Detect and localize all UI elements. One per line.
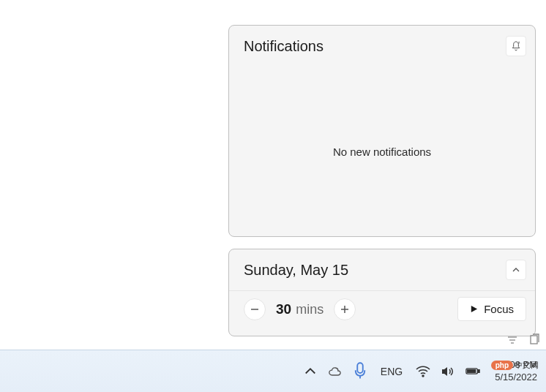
svg-point-10	[422, 375, 424, 377]
svg-rect-7	[531, 336, 537, 344]
chevron-up-icon	[510, 264, 522, 276]
decrease-duration-button[interactable]	[244, 298, 266, 320]
notifications-header: Notifications z	[229, 26, 535, 67]
bell-snooze-icon: z	[510, 40, 522, 52]
tray-overflow-button[interactable]	[303, 364, 318, 379]
play-icon	[470, 305, 478, 313]
collapse-button[interactable]	[506, 260, 526, 280]
svg-rect-12	[478, 370, 479, 373]
weather-button[interactable]	[328, 364, 343, 379]
battery-icon	[465, 367, 480, 375]
microphone-icon	[353, 362, 367, 380]
battery-button[interactable]	[465, 364, 480, 379]
svg-text:z: z	[518, 40, 520, 45]
clock-date: 5/15/2022	[495, 372, 537, 384]
focus-button-label: Focus	[484, 303, 514, 315]
plus-icon	[340, 305, 349, 314]
minus-icon	[250, 305, 259, 314]
voice-typing-button[interactable]	[353, 364, 367, 379]
filter-lines-icon[interactable]	[506, 333, 518, 345]
watermark-text: 中文网	[515, 360, 539, 371]
overlay-controls	[506, 333, 540, 345]
focus-duration-controls: 30 mins	[244, 298, 356, 320]
focus-row: 30 mins Focus	[229, 290, 535, 330]
chevron-up-icon	[303, 364, 318, 379]
focus-duration-display: 30 mins	[276, 301, 324, 317]
volume-button[interactable]	[441, 364, 455, 379]
notifications-panel: Notifications z No new notifications	[228, 25, 536, 237]
language-button[interactable]: ENG	[378, 366, 405, 377]
svg-rect-8	[357, 363, 363, 373]
notifications-empty-state: No new notifications	[229, 67, 535, 236]
calendar-panel: Sunday, May 15 30 mins Focus	[228, 249, 536, 336]
focus-duration-unit: mins	[296, 302, 324, 317]
wifi-button[interactable]	[416, 364, 430, 379]
do-not-disturb-button[interactable]: z	[506, 36, 526, 56]
increase-duration-button[interactable]	[334, 298, 356, 320]
cloud-icon	[328, 366, 343, 377]
wifi-icon	[416, 366, 430, 377]
speaker-icon	[441, 366, 455, 377]
start-focus-button[interactable]: Focus	[457, 297, 526, 321]
watermark: php 中文网	[491, 360, 539, 371]
calendar-date: Sunday, May 15	[244, 262, 348, 279]
calendar-header: Sunday, May 15	[229, 249, 535, 290]
taskbar: ENG 12:08 PM 5/15/2022	[0, 350, 546, 392]
svg-rect-13	[468, 370, 476, 373]
copy-icon[interactable]	[528, 333, 540, 345]
watermark-badge: php	[491, 361, 513, 370]
notifications-title: Notifications	[244, 38, 324, 55]
focus-duration-value: 30	[276, 301, 291, 317]
